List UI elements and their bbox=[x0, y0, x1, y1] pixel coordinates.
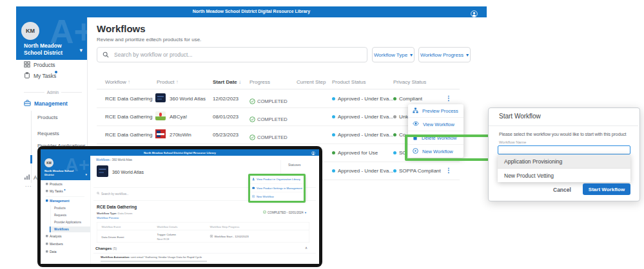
page-subtitle: Review and prioritize edtech products fo… bbox=[97, 37, 201, 42]
status-dot bbox=[393, 133, 396, 136]
ov-account-icon[interactable] bbox=[311, 151, 315, 156]
search-box[interactable] bbox=[97, 47, 367, 62]
search-icon bbox=[102, 49, 109, 60]
ov-org-switcher-caret-icon[interactable]: ▾ bbox=[85, 172, 87, 176]
ov-statuses-label: Statuses bbox=[288, 163, 300, 167]
workflow-type-filter[interactable]: Workflow Type ▾ bbox=[372, 47, 415, 62]
cancel-button[interactable]: Cancel bbox=[553, 187, 571, 193]
workflow-cell: RCE Data Gathering bbox=[105, 114, 152, 120]
notification-dot bbox=[64, 189, 65, 190]
ov-automation-truncated-line bbox=[101, 261, 207, 262]
ov-sidebar-item-products[interactable]: Products bbox=[46, 182, 63, 186]
row-actions-kebab-icon[interactable]: ⋮ bbox=[445, 95, 452, 102]
ov-sidebar-item-provider-applications[interactable]: Provider Applications bbox=[54, 221, 81, 224]
org-switcher-caret-icon[interactable]: ▾ bbox=[79, 47, 83, 53]
eye-icon bbox=[413, 121, 419, 127]
workflow-progress-filter[interactable]: Workflow Progress ▾ bbox=[418, 47, 471, 62]
product-status-cell: Approved for Use bbox=[332, 150, 378, 156]
ov-sidebar-item-members[interactable]: Members bbox=[46, 242, 63, 246]
ov-breadcrumb: Workflows › 360 World Atlas bbox=[96, 158, 132, 162]
ov-product-logo-360-world-atlas bbox=[97, 165, 108, 177]
col-header-product-status: Product Status bbox=[332, 79, 366, 85]
ov-active-nav-indicator bbox=[50, 227, 51, 232]
col-header-product[interactable]: Product ↑ bbox=[157, 79, 179, 85]
clipboard-icon bbox=[24, 72, 30, 80]
ov-sidebar-item-management[interactable]: Management bbox=[46, 199, 70, 203]
search-icon bbox=[97, 192, 100, 196]
ov-workflow-type: Workflow Type: Data Driven bbox=[97, 212, 132, 215]
ov-sidebar-item-analysis[interactable]: Analysis bbox=[46, 234, 62, 238]
col-header-progress: Progress bbox=[249, 79, 270, 85]
col-header-workflow[interactable]: Workflow ↑ bbox=[105, 79, 130, 85]
table-row[interactable]: RCE Data Gathering ABCya! 08/01/2023 COM… bbox=[97, 107, 460, 126]
ov-sidebar-item-my-tasks[interactable]: My Tasks bbox=[46, 189, 65, 193]
sidebar-item-products[interactable]: Products bbox=[24, 61, 55, 69]
ov-sidebar-item-requests[interactable]: Requests bbox=[54, 214, 66, 217]
col-header-privacy-status: Privacy Status bbox=[393, 79, 426, 85]
sidebar-item-requests[interactable]: Requests bbox=[37, 131, 59, 136]
sidebar-item-management[interactable]: Management bbox=[24, 100, 68, 107]
search-input[interactable] bbox=[113, 51, 362, 59]
ov-changes-divider bbox=[93, 253, 316, 254]
account-icon[interactable] bbox=[471, 8, 478, 20]
progress-cell: COMPLETED bbox=[249, 113, 288, 125]
grid-icon bbox=[46, 183, 48, 185]
modal-description: Please select the workflow you would lik… bbox=[499, 132, 626, 136]
ov-automation-entry: Workflow Automation: sent email "Gatheri… bbox=[101, 255, 202, 259]
grid-icon bbox=[24, 61, 30, 69]
workflow-name-label: Workflow Name bbox=[499, 140, 526, 144]
ov-sidebar-divider bbox=[90, 156, 91, 264]
ov-progress-cell: Workflow Start - 12/02/2023 bbox=[210, 235, 249, 239]
product-cell[interactable]: 360 World Atlas bbox=[170, 96, 206, 102]
ov-sidebar-item-data[interactable]: Data bbox=[46, 250, 57, 254]
ov-admin-divider bbox=[46, 196, 84, 197]
status-dot bbox=[332, 151, 335, 154]
ov-workflow-status[interactable]: COMPLETED - 02/01/2024 ▾ bbox=[263, 210, 306, 214]
avatar[interactable]: KM bbox=[21, 22, 39, 40]
ov-details-cell-2: Next RCE bbox=[157, 237, 170, 241]
start-workflow-button[interactable]: Start Workflow bbox=[583, 183, 630, 195]
breadcrumb-sep-icon: › bbox=[110, 158, 112, 162]
option-new-product-vetting[interactable]: New Product Vetting bbox=[498, 169, 630, 182]
product-cell[interactable]: ABCya! bbox=[170, 114, 187, 120]
ov-sidebar-item-management-products[interactable]: Products bbox=[54, 207, 66, 210]
product-status-cell: Approved - Under Eva... bbox=[332, 114, 393, 120]
start-workflow-modal: Start Workflow Please select the workflo… bbox=[488, 107, 640, 201]
breadcrumb-root[interactable]: Workflows bbox=[96, 158, 110, 162]
sidebar-item-management-products[interactable]: Products bbox=[37, 115, 58, 120]
clipboard-icon bbox=[46, 190, 48, 192]
table-row[interactable]: RCE Data Gathering 360 World Atlas 12/02… bbox=[97, 89, 460, 108]
col-header-start-date[interactable]: Start Date ↓ bbox=[213, 79, 241, 85]
product-status-cell: Approved - Under Eva... bbox=[332, 132, 393, 138]
workflow-name-select[interactable] bbox=[498, 145, 630, 154]
ov-workflow-preview-link[interactable]: Workflow Preview bbox=[97, 216, 119, 219]
bar-chart-icon bbox=[46, 235, 48, 237]
ov-sidebar-item-workflows[interactable]: Workflows bbox=[54, 228, 69, 231]
check-circle-icon bbox=[249, 131, 255, 143]
ov-col-step-progress: Workflow Step Progress bbox=[210, 225, 240, 228]
ov-search-box[interactable]: Search by workflow... bbox=[97, 192, 129, 196]
row-actions-kebab-icon[interactable]: ⋮ bbox=[445, 167, 452, 174]
sort-asc-icon: ↑ bbox=[128, 79, 130, 85]
option-application-provisioning[interactable]: Application Provisioning bbox=[498, 154, 630, 169]
status-dot bbox=[332, 97, 335, 100]
subnav-rail bbox=[31, 111, 32, 183]
briefcase-icon bbox=[24, 100, 31, 107]
status-dot bbox=[393, 97, 396, 100]
app-title: North Meadow School District Digital Res… bbox=[16, 9, 487, 14]
product-logo-270towin bbox=[155, 129, 166, 138]
status-dot bbox=[332, 169, 335, 172]
org-name: North Meadow School District bbox=[24, 42, 78, 56]
ov-event-cell: Data Driven Event bbox=[102, 236, 124, 239]
menu-item-preview-process[interactable]: Preview Process bbox=[408, 104, 463, 118]
ov-avatar[interactable]: KM bbox=[44, 158, 54, 167]
sitemap-icon bbox=[413, 107, 418, 115]
collapse-icon[interactable]: ∧ bbox=[305, 246, 307, 250]
start-date-cell: 05/23/2023 bbox=[213, 132, 239, 138]
product-cell[interactable]: 270toWin bbox=[170, 132, 191, 138]
caret-down-icon: ▾ bbox=[305, 210, 306, 214]
col-header-current-step: Current Step bbox=[297, 79, 326, 85]
sidebar-item-my-tasks[interactable]: My Tasks bbox=[24, 72, 56, 80]
menu-item-view-workflow[interactable]: View Workflow bbox=[408, 118, 463, 131]
sidebar-more: ... bbox=[25, 181, 32, 188]
